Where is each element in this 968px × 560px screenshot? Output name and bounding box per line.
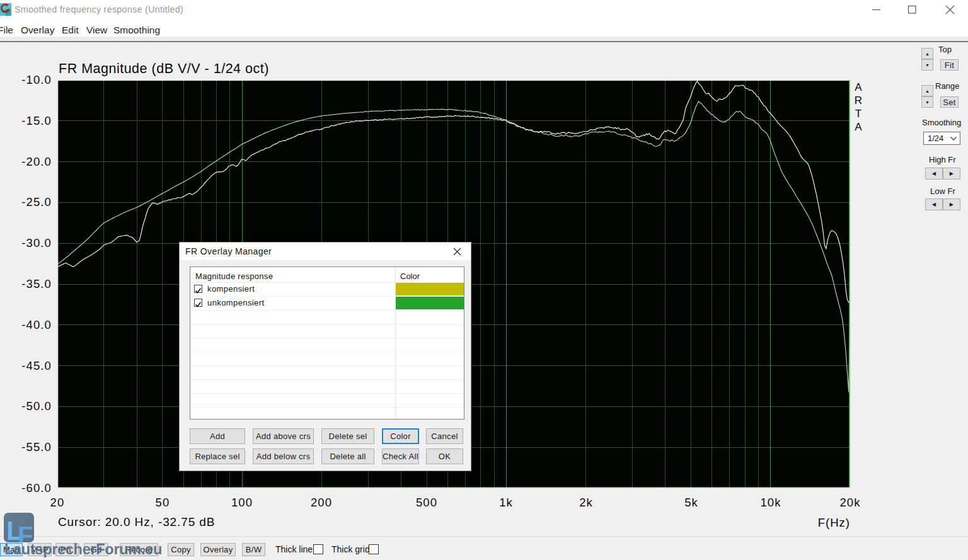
svg-text:F: F xyxy=(18,522,33,542)
